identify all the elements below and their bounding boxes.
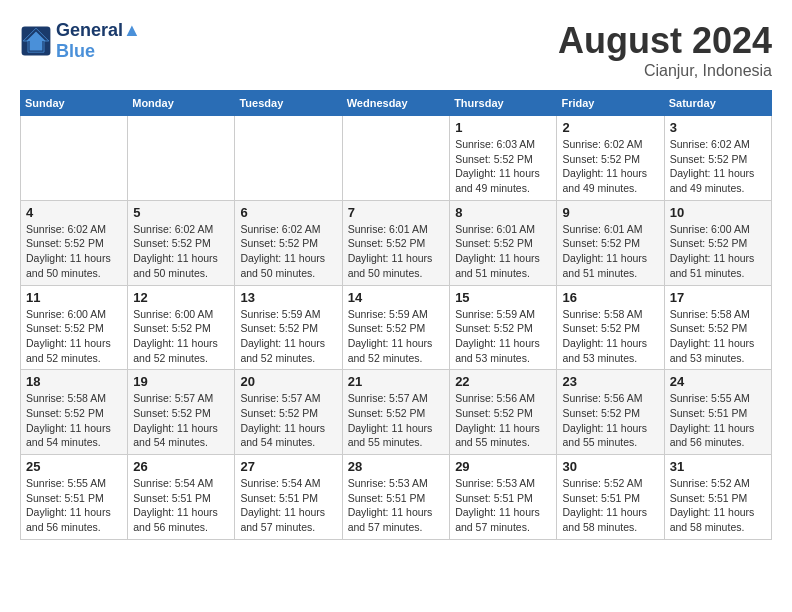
day-number: 1 bbox=[455, 120, 551, 135]
calendar-cell: 17Sunrise: 5:58 AM Sunset: 5:52 PM Dayli… bbox=[664, 285, 771, 370]
calendar-cell: 2Sunrise: 6:02 AM Sunset: 5:52 PM Daylig… bbox=[557, 116, 664, 201]
day-info: Sunrise: 5:57 AM Sunset: 5:52 PM Dayligh… bbox=[240, 391, 336, 450]
day-info: Sunrise: 5:54 AM Sunset: 5:51 PM Dayligh… bbox=[240, 476, 336, 535]
day-number: 21 bbox=[348, 374, 444, 389]
day-info: Sunrise: 6:00 AM Sunset: 5:52 PM Dayligh… bbox=[133, 307, 229, 366]
calendar-week-3: 11Sunrise: 6:00 AM Sunset: 5:52 PM Dayli… bbox=[21, 285, 772, 370]
calendar-cell: 4Sunrise: 6:02 AM Sunset: 5:52 PM Daylig… bbox=[21, 200, 128, 285]
day-number: 20 bbox=[240, 374, 336, 389]
calendar-cell: 27Sunrise: 5:54 AM Sunset: 5:51 PM Dayli… bbox=[235, 455, 342, 540]
day-info: Sunrise: 5:58 AM Sunset: 5:52 PM Dayligh… bbox=[670, 307, 766, 366]
day-info: Sunrise: 5:59 AM Sunset: 5:52 PM Dayligh… bbox=[240, 307, 336, 366]
calendar-cell: 18Sunrise: 5:58 AM Sunset: 5:52 PM Dayli… bbox=[21, 370, 128, 455]
day-info: Sunrise: 5:57 AM Sunset: 5:52 PM Dayligh… bbox=[348, 391, 444, 450]
day-number: 2 bbox=[562, 120, 658, 135]
day-number: 26 bbox=[133, 459, 229, 474]
weekday-header-row: SundayMondayTuesdayWednesdayThursdayFrid… bbox=[21, 91, 772, 116]
calendar-cell: 22Sunrise: 5:56 AM Sunset: 5:52 PM Dayli… bbox=[450, 370, 557, 455]
day-info: Sunrise: 6:02 AM Sunset: 5:52 PM Dayligh… bbox=[240, 222, 336, 281]
day-info: Sunrise: 5:58 AM Sunset: 5:52 PM Dayligh… bbox=[562, 307, 658, 366]
day-info: Sunrise: 5:52 AM Sunset: 5:51 PM Dayligh… bbox=[670, 476, 766, 535]
weekday-wednesday: Wednesday bbox=[342, 91, 449, 116]
calendar-cell: 7Sunrise: 6:01 AM Sunset: 5:52 PM Daylig… bbox=[342, 200, 449, 285]
calendar-cell bbox=[128, 116, 235, 201]
calendar-cell: 15Sunrise: 5:59 AM Sunset: 5:52 PM Dayli… bbox=[450, 285, 557, 370]
day-info: Sunrise: 5:53 AM Sunset: 5:51 PM Dayligh… bbox=[455, 476, 551, 535]
day-number: 30 bbox=[562, 459, 658, 474]
day-number: 16 bbox=[562, 290, 658, 305]
calendar-cell: 30Sunrise: 5:52 AM Sunset: 5:51 PM Dayli… bbox=[557, 455, 664, 540]
calendar-cell: 19Sunrise: 5:57 AM Sunset: 5:52 PM Dayli… bbox=[128, 370, 235, 455]
day-number: 18 bbox=[26, 374, 122, 389]
calendar-table: SundayMondayTuesdayWednesdayThursdayFrid… bbox=[20, 90, 772, 540]
calendar-week-2: 4Sunrise: 6:02 AM Sunset: 5:52 PM Daylig… bbox=[21, 200, 772, 285]
day-number: 5 bbox=[133, 205, 229, 220]
calendar-cell: 5Sunrise: 6:02 AM Sunset: 5:52 PM Daylig… bbox=[128, 200, 235, 285]
day-info: Sunrise: 5:59 AM Sunset: 5:52 PM Dayligh… bbox=[348, 307, 444, 366]
day-info: Sunrise: 5:56 AM Sunset: 5:52 PM Dayligh… bbox=[562, 391, 658, 450]
weekday-thursday: Thursday bbox=[450, 91, 557, 116]
day-number: 28 bbox=[348, 459, 444, 474]
calendar-cell: 29Sunrise: 5:53 AM Sunset: 5:51 PM Dayli… bbox=[450, 455, 557, 540]
weekday-monday: Monday bbox=[128, 91, 235, 116]
day-info: Sunrise: 6:02 AM Sunset: 5:52 PM Dayligh… bbox=[670, 137, 766, 196]
calendar-cell: 11Sunrise: 6:00 AM Sunset: 5:52 PM Dayli… bbox=[21, 285, 128, 370]
day-number: 29 bbox=[455, 459, 551, 474]
calendar-cell bbox=[21, 116, 128, 201]
calendar-cell: 8Sunrise: 6:01 AM Sunset: 5:52 PM Daylig… bbox=[450, 200, 557, 285]
calendar-cell: 20Sunrise: 5:57 AM Sunset: 5:52 PM Dayli… bbox=[235, 370, 342, 455]
day-number: 24 bbox=[670, 374, 766, 389]
day-info: Sunrise: 5:52 AM Sunset: 5:51 PM Dayligh… bbox=[562, 476, 658, 535]
logo-icon bbox=[20, 25, 52, 57]
day-info: Sunrise: 6:02 AM Sunset: 5:52 PM Dayligh… bbox=[26, 222, 122, 281]
calendar-cell: 21Sunrise: 5:57 AM Sunset: 5:52 PM Dayli… bbox=[342, 370, 449, 455]
calendar-cell: 12Sunrise: 6:00 AM Sunset: 5:52 PM Dayli… bbox=[128, 285, 235, 370]
day-info: Sunrise: 5:56 AM Sunset: 5:52 PM Dayligh… bbox=[455, 391, 551, 450]
calendar-cell: 9Sunrise: 6:01 AM Sunset: 5:52 PM Daylig… bbox=[557, 200, 664, 285]
day-info: Sunrise: 5:57 AM Sunset: 5:52 PM Dayligh… bbox=[133, 391, 229, 450]
calendar-cell: 10Sunrise: 6:00 AM Sunset: 5:52 PM Dayli… bbox=[664, 200, 771, 285]
calendar-cell: 1Sunrise: 6:03 AM Sunset: 5:52 PM Daylig… bbox=[450, 116, 557, 201]
day-info: Sunrise: 6:02 AM Sunset: 5:52 PM Dayligh… bbox=[133, 222, 229, 281]
weekday-sunday: Sunday bbox=[21, 91, 128, 116]
day-info: Sunrise: 6:01 AM Sunset: 5:52 PM Dayligh… bbox=[455, 222, 551, 281]
calendar-cell: 26Sunrise: 5:54 AM Sunset: 5:51 PM Dayli… bbox=[128, 455, 235, 540]
calendar-cell: 23Sunrise: 5:56 AM Sunset: 5:52 PM Dayli… bbox=[557, 370, 664, 455]
day-info: Sunrise: 5:54 AM Sunset: 5:51 PM Dayligh… bbox=[133, 476, 229, 535]
calendar-cell: 13Sunrise: 5:59 AM Sunset: 5:52 PM Dayli… bbox=[235, 285, 342, 370]
day-number: 13 bbox=[240, 290, 336, 305]
day-number: 31 bbox=[670, 459, 766, 474]
weekday-saturday: Saturday bbox=[664, 91, 771, 116]
calendar-cell bbox=[235, 116, 342, 201]
day-info: Sunrise: 6:03 AM Sunset: 5:52 PM Dayligh… bbox=[455, 137, 551, 196]
day-number: 3 bbox=[670, 120, 766, 135]
day-number: 12 bbox=[133, 290, 229, 305]
day-info: Sunrise: 6:00 AM Sunset: 5:52 PM Dayligh… bbox=[670, 222, 766, 281]
day-number: 27 bbox=[240, 459, 336, 474]
day-info: Sunrise: 6:01 AM Sunset: 5:52 PM Dayligh… bbox=[348, 222, 444, 281]
day-info: Sunrise: 5:55 AM Sunset: 5:51 PM Dayligh… bbox=[26, 476, 122, 535]
calendar-header: SundayMondayTuesdayWednesdayThursdayFrid… bbox=[21, 91, 772, 116]
calendar-week-5: 25Sunrise: 5:55 AM Sunset: 5:51 PM Dayli… bbox=[21, 455, 772, 540]
day-info: Sunrise: 6:00 AM Sunset: 5:52 PM Dayligh… bbox=[26, 307, 122, 366]
month-year: August 2024 bbox=[558, 20, 772, 62]
day-number: 7 bbox=[348, 205, 444, 220]
logo-text: General▲ Blue bbox=[56, 20, 141, 62]
calendar-cell: 16Sunrise: 5:58 AM Sunset: 5:52 PM Dayli… bbox=[557, 285, 664, 370]
day-number: 6 bbox=[240, 205, 336, 220]
weekday-friday: Friday bbox=[557, 91, 664, 116]
day-number: 10 bbox=[670, 205, 766, 220]
title-block: August 2024 Cianjur, Indonesia bbox=[558, 20, 772, 80]
calendar-cell: 14Sunrise: 5:59 AM Sunset: 5:52 PM Dayli… bbox=[342, 285, 449, 370]
day-number: 19 bbox=[133, 374, 229, 389]
weekday-tuesday: Tuesday bbox=[235, 91, 342, 116]
page-header: General▲ Blue August 2024 Cianjur, Indon… bbox=[20, 20, 772, 80]
day-number: 4 bbox=[26, 205, 122, 220]
calendar-cell: 25Sunrise: 5:55 AM Sunset: 5:51 PM Dayli… bbox=[21, 455, 128, 540]
location: Cianjur, Indonesia bbox=[558, 62, 772, 80]
day-number: 11 bbox=[26, 290, 122, 305]
day-number: 23 bbox=[562, 374, 658, 389]
day-info: Sunrise: 5:58 AM Sunset: 5:52 PM Dayligh… bbox=[26, 391, 122, 450]
calendar-cell: 28Sunrise: 5:53 AM Sunset: 5:51 PM Dayli… bbox=[342, 455, 449, 540]
day-info: Sunrise: 6:01 AM Sunset: 5:52 PM Dayligh… bbox=[562, 222, 658, 281]
